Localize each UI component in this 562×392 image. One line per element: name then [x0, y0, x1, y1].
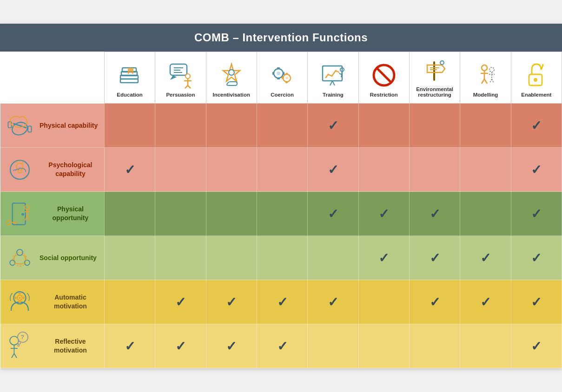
- svg-line-13: [185, 85, 188, 88]
- cell-physical-opp-col2: [206, 192, 257, 236]
- cell-auto-mot-col8: ✓: [511, 280, 562, 324]
- row-label-social-opp: Social opportunity: [40, 254, 97, 262]
- cell-reflective-mot-col5: [358, 324, 409, 368]
- restriction-label: Restriction: [370, 92, 398, 98]
- row-icon-physical-opp: [3, 199, 36, 229]
- cell-physical-cap-col8: ✓: [511, 104, 562, 148]
- svg-point-78: [24, 260, 29, 265]
- label-cell-physical-opp: Physical opportunity: [0, 192, 105, 236]
- svg-rect-56: [28, 126, 31, 132]
- check-mark: ✓: [125, 163, 135, 177]
- header-restriction: Restriction: [358, 52, 409, 104]
- check-mark: ✓: [328, 295, 338, 309]
- cell-auto-mot-col0: [104, 280, 155, 324]
- environmental-label: Environmental restructuring: [416, 86, 453, 98]
- header-modelling: Modelling: [460, 52, 511, 104]
- svg-point-87: [10, 336, 19, 345]
- check-mark: ✓: [328, 118, 338, 133]
- cell-social-opp-col4: [308, 236, 358, 280]
- cell-reflective-mot-col1: ✓: [155, 324, 206, 368]
- page-title: COMB – Intervention Functions: [0, 24, 562, 52]
- cell-reflective-mot-col2: ✓: [206, 324, 257, 368]
- svg-line-91: [14, 353, 17, 358]
- modelling-label: Modelling: [473, 92, 498, 98]
- svg-rect-36: [433, 61, 435, 81]
- label-cell-auto-mot: Automatic motivation: [0, 280, 105, 324]
- svg-rect-22: [277, 78, 280, 79]
- cell-physical-cap-col6: [409, 104, 460, 148]
- training-icon: [319, 61, 347, 89]
- svg-line-45: [484, 79, 487, 84]
- label-cell-physical-cap: Physical capability: [0, 104, 105, 148]
- check-mark: ✓: [226, 295, 237, 309]
- svg-line-14: [188, 85, 191, 88]
- svg-line-90: [11, 353, 14, 358]
- cell-psych-cap-col0: ✓: [104, 148, 155, 192]
- header-coercion: Coercion: [257, 52, 307, 104]
- check-mark: ✓: [125, 339, 135, 353]
- cell-auto-mot-col2: ✓: [206, 280, 257, 324]
- svg-rect-25: [285, 73, 288, 74]
- header-education: Education: [104, 52, 155, 104]
- header-empty: [0, 52, 105, 104]
- cell-psych-cap-col6: [409, 148, 460, 192]
- label-cell-social-opp: Social opportunity: [0, 236, 105, 280]
- incentivisation-label: Incentivisation: [212, 92, 250, 98]
- check-mark: ✓: [430, 251, 440, 265]
- intervention-table: Education: [0, 52, 562, 368]
- svg-line-44: [482, 79, 484, 84]
- cell-physical-cap-col4: ✓: [308, 104, 358, 148]
- svg-line-33: [339, 73, 341, 74]
- row-label-reflective-mot: Reflective motivation: [40, 337, 101, 355]
- cell-psych-cap-col7: [460, 148, 511, 192]
- coercion-label: Coercion: [271, 92, 294, 98]
- row-label-physical-cap: Physical capability: [40, 121, 98, 130]
- row-physical-cap: Physical capability✓✓: [0, 104, 562, 148]
- cell-physical-cap-col5: [358, 104, 409, 148]
- cell-social-opp-col5: ✓: [358, 236, 409, 280]
- check-mark: ✓: [531, 251, 542, 265]
- row-label-psych-cap: Psychological capability: [40, 161, 101, 178]
- persuasion-icon: [166, 61, 194, 89]
- svg-point-82: [19, 297, 20, 299]
- svg-rect-86: [23, 296, 24, 299]
- check-mark: ✓: [430, 207, 440, 221]
- svg-line-29: [330, 81, 332, 85]
- training-label: Training: [323, 92, 344, 98]
- svg-line-30: [332, 81, 335, 85]
- svg-point-53: [10, 120, 29, 137]
- svg-marker-15: [223, 64, 240, 81]
- svg-text:?: ?: [20, 333, 24, 340]
- svg-rect-85: [15, 296, 16, 299]
- svg-point-72: [7, 220, 11, 224]
- svg-rect-28: [323, 66, 342, 81]
- cell-psych-cap-col2: [206, 148, 257, 192]
- cell-psych-cap-col5: [358, 148, 409, 192]
- cell-social-opp-col3: [257, 236, 307, 280]
- row-icon-physical-cap: [3, 111, 36, 141]
- row-label-physical-opp: Physical opportunity: [40, 205, 101, 222]
- enablement-icon: [522, 61, 550, 89]
- header-enablement: Enablement: [511, 52, 562, 104]
- cell-psych-cap-col4: ✓: [308, 148, 358, 192]
- check-mark: ✓: [531, 339, 542, 353]
- svg-line-50: [492, 79, 494, 83]
- cell-reflective-mot-col4: [308, 324, 358, 368]
- svg-point-94: [17, 344, 19, 346]
- cell-physical-opp-col3: [257, 192, 307, 236]
- cell-auto-mot-col1: ✓: [155, 280, 206, 324]
- education-icon: [116, 61, 144, 89]
- header-incentivisation: Incentivisation: [206, 52, 257, 104]
- header-row: Education: [0, 52, 562, 104]
- modelling-icon: [471, 61, 499, 89]
- svg-rect-3: [120, 79, 138, 83]
- header-environmental: Environmental restructuring: [409, 52, 460, 104]
- persuasion-label: Persuasion: [166, 92, 195, 98]
- row-icon-auto-mot: [3, 287, 36, 317]
- row-auto-mot: Automatic motivation✓✓✓✓✓✓✓: [0, 280, 562, 324]
- table-body: Physical capability✓✓ Psychological capa…: [0, 104, 562, 368]
- row-psych-cap: Psychological capability✓✓✓: [0, 148, 562, 192]
- svg-point-41: [482, 65, 487, 71]
- svg-point-20: [285, 77, 288, 79]
- svg-point-66: [21, 213, 24, 216]
